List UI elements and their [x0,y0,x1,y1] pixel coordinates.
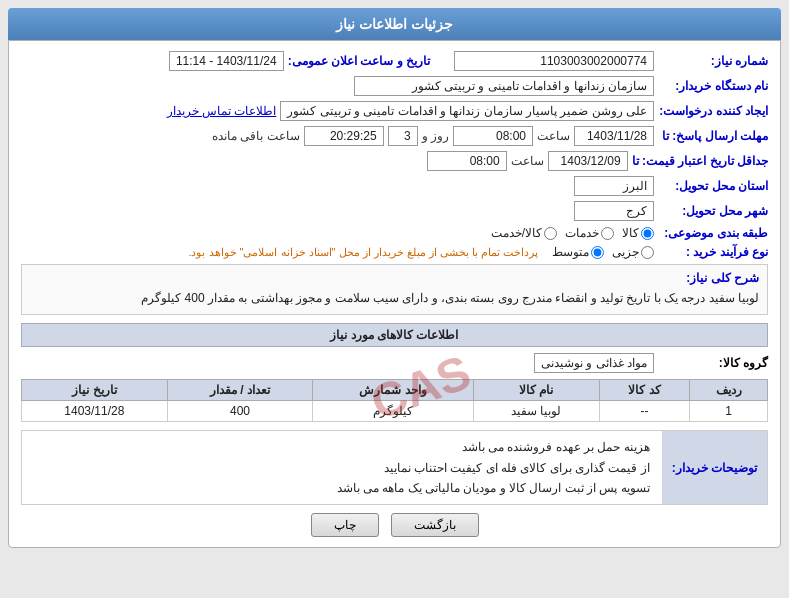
mohlat-roz-label: روز و [422,129,449,143]
ostan-label: استان محل تحویل: [658,179,768,193]
tarikh-value: 1403/11/24 - 11:14 [169,51,284,71]
table-row: 1--لوبیا سفیدکیلوگرم4001403/11/28 [22,401,768,422]
goroh-value: مواد غذائی و نوشیدنی [534,353,654,373]
sharh-value: لوبیا سفید درجه یک با تاریخ تولید و انقض… [30,289,759,308]
shomara-niaz-value: 1103003002000774 [454,51,654,71]
now-label: نوع فرآیند خرید : [658,245,768,259]
goroh-label: گروه کالا: [658,356,768,370]
naam-dastgah-value: سازمان زندانها و اقدامات تامینی و تربیتی… [354,76,654,96]
radio-kala[interactable] [641,227,654,240]
col-vahed: واحد شمارش [313,380,473,401]
col-name: نام کالا [473,380,599,401]
ijad-value: علی روشن ضمیر پاسیار سازمان زندانها و اق… [280,101,654,121]
shahr-value: کرج [574,201,654,221]
radio-jozi[interactable] [641,246,654,259]
mohlat-mande: 20:29:25 [304,126,384,146]
radio-jozi-label: جزیی [612,245,639,259]
ostan-value: البرز [574,176,654,196]
jadal-saat: 08:00 [427,151,507,171]
btn-bazgasht[interactable]: بازگشت [391,513,479,537]
tozihat-section: توضیحات خریدار: هزینه حمل بر عهده فروشند… [21,430,768,505]
mohlat-saat-label: ساعت [537,129,570,143]
tozihat-label: توضیحات خریدار: [662,431,767,504]
radio-khadamat-label: خدمات [565,226,599,240]
info-kala-title: اطلاعات کالاهای مورد نیاز [21,323,768,347]
btn-chap[interactable]: چاپ [311,513,379,537]
now-radio-group: جزیی متوسط [552,245,654,259]
mohlat-roz: 3 [388,126,418,146]
mohlat-saat: 08:00 [453,126,533,146]
tabaqe-label: طبقه بندی موضوعی: [658,226,768,240]
radio-kala-khadamat[interactable] [544,227,557,240]
shahr-label: شهر محل تحویل: [658,204,768,218]
radio-khadamat[interactable] [601,227,614,240]
ijad-label: ایجاد کننده درخواست: [658,104,768,118]
mohlat-mande-label: ساعت باقی مانده [212,129,300,143]
jadal-saat-label: ساعت [511,154,544,168]
naam-dastgah-label: نام دستگاه خریدار: [658,79,768,93]
col-radif: ردیف [690,380,768,401]
radio-motavaset-label: متوسط [552,245,589,259]
button-row: بازگشت چاپ [21,513,768,537]
mohlat-label: مهلت ارسال پاسخ: تا [658,129,768,143]
now-note: پرداخت تمام با بخشی از مبلغ خریدار از مح… [188,246,538,259]
page-title: جزئیات اطلاعات نیاز [8,8,781,40]
col-code: کد کالا [599,380,689,401]
kala-table: ردیف کد کالا نام کالا واحد شمارش تعداد /… [21,379,768,422]
radio-kala-label: کالا [622,226,639,240]
mohlat-date: 1403/11/28 [574,126,654,146]
tozihat-content: هزینه حمل بر عهده فروشنده می باشداز قیمت… [22,431,658,504]
shomara-niaz-label: شماره نیاز: [658,54,768,68]
col-tedad: تعداد / مقدار [167,380,313,401]
jadal-date: 1403/12/09 [548,151,628,171]
tabaqe-radio-group: کالا خدمات کالا/خدمت [491,226,654,240]
sharh-label: شرح کلی نیاز: [30,271,759,285]
col-tarikh: تاریخ نیاز [22,380,168,401]
tarikh-label: تاریخ و ساعت اعلان عمومی: [288,54,430,68]
jadal-label: جداقل تاریخ اعتبار قیمت: تا [632,154,768,168]
radio-kala-khadamat-label: کالا/خدمت [491,226,542,240]
radio-motavaset[interactable] [591,246,604,259]
ittilaat-link[interactable]: اطلاعات تماس خریدار [167,104,277,118]
